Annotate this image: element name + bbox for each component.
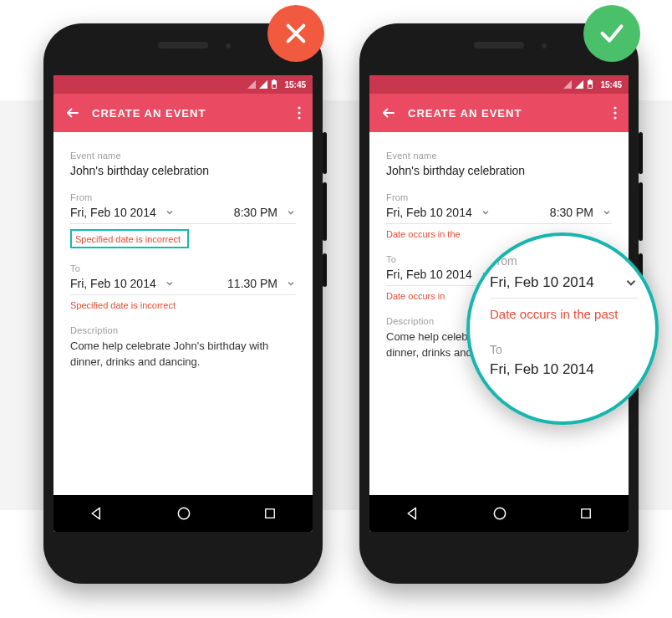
lens-to-label: To — [490, 343, 639, 356]
overflow-menu-button[interactable] — [298, 106, 301, 120]
to-label: To — [70, 263, 296, 273]
signal-icon — [575, 80, 583, 89]
phone-button — [323, 182, 327, 241]
phone-button — [639, 132, 643, 174]
android-nav-bar — [369, 495, 629, 532]
chevron-down-icon — [165, 278, 175, 289]
svg-rect-25 — [582, 509, 591, 518]
to-field: To Fri, Feb 10 2014 11.30 PM Specified d… — [70, 263, 296, 310]
app-bar: CREATE AN EVENT — [53, 94, 313, 132]
to-time-selector[interactable]: 11.30 PM — [227, 277, 296, 290]
phone-frame-left: 15:45 CREATE AN EVENT Event name John's … — [43, 23, 323, 584]
app-bar-title: CREATE AN EVENT — [92, 107, 298, 120]
back-button[interactable] — [381, 105, 396, 120]
close-icon — [283, 20, 309, 47]
svg-point-8 — [298, 106, 300, 109]
event-name-field[interactable]: Event name John's birthday celebration — [70, 151, 296, 177]
phone-button — [639, 182, 643, 241]
nav-recent-button[interactable] — [262, 506, 277, 521]
triangle-back-icon — [89, 505, 105, 522]
arrow-left-icon — [65, 105, 80, 120]
svg-point-10 — [298, 116, 300, 119]
svg-marker-11 — [92, 508, 99, 518]
phone-camera-dot — [226, 43, 231, 49]
svg-rect-17 — [589, 79, 591, 81]
more-vert-icon — [613, 106, 617, 120]
battery-icon — [271, 79, 277, 89]
to-error-text: Specified date is incorrect — [70, 300, 296, 310]
app-bar: CREATE AN EVENT — [369, 94, 629, 132]
from-label: From — [386, 192, 612, 202]
event-name-label: Event name — [386, 151, 612, 161]
lens-from-date: Fri, Feb 10 2014 — [490, 274, 594, 291]
square-recent-icon — [578, 506, 593, 521]
arrow-left-icon — [381, 105, 396, 120]
status-clock: 15:45 — [284, 80, 306, 89]
chevron-down-icon — [286, 278, 296, 289]
svg-rect-6 — [272, 84, 276, 88]
circle-home-icon — [491, 505, 508, 522]
lens-date-row[interactable]: Fri, Feb 10 2014 — [490, 274, 639, 299]
app-bar-title: CREATE AN EVENT — [408, 107, 613, 120]
from-field: From Fri, Feb 10 2014 8:30 PM Date occur… — [386, 192, 612, 239]
svg-point-12 — [178, 508, 189, 518]
lens-error-text: Date occurs in the past — [490, 307, 639, 321]
svg-point-22 — [613, 116, 616, 119]
phone-button — [323, 132, 327, 174]
svg-point-21 — [613, 111, 616, 114]
svg-point-20 — [613, 106, 616, 109]
nav-home-button[interactable] — [491, 505, 508, 522]
svg-marker-14 — [563, 80, 572, 89]
overflow-menu-button[interactable] — [613, 106, 617, 120]
phone-button — [323, 253, 327, 287]
android-nav-bar — [53, 495, 313, 532]
description-label: Description — [70, 325, 296, 335]
event-name-value: John's birthday celebration — [386, 164, 612, 177]
from-date-selector[interactable]: Fri, Feb 10 2014 — [70, 206, 175, 219]
from-field: From Fri, Feb 10 2014 8:30 PM Specified … — [70, 192, 296, 248]
from-date-selector[interactable]: Fri, Feb 10 2014 — [386, 206, 491, 219]
description-field[interactable]: Description Come help celebrate John's b… — [70, 325, 296, 370]
badge-wrong — [267, 5, 324, 62]
svg-point-9 — [298, 111, 300, 114]
signal-icon — [259, 80, 267, 89]
phone-camera-dot — [542, 43, 547, 49]
from-time-selector[interactable]: 8:30 PM — [234, 206, 296, 219]
check-icon — [598, 19, 626, 48]
from-date-value: Fri, Feb 10 2014 — [386, 206, 472, 219]
network-icon — [247, 80, 256, 89]
more-vert-icon — [298, 106, 301, 120]
from-date-value: Fri, Feb 10 2014 — [70, 206, 156, 219]
svg-rect-18 — [588, 84, 592, 88]
nav-recent-button[interactable] — [578, 506, 593, 521]
to-date-selector[interactable]: Fri, Feb 10 2014 — [386, 268, 491, 281]
from-label: From — [70, 192, 296, 202]
chevron-down-icon — [602, 207, 612, 217]
nav-back-button[interactable] — [89, 505, 105, 522]
to-date-selector[interactable]: Fri, Feb 10 2014 — [70, 277, 175, 290]
to-time-value: 11.30 PM — [227, 277, 277, 290]
nav-home-button[interactable] — [176, 505, 192, 522]
square-recent-icon — [262, 506, 277, 521]
svg-marker-15 — [575, 80, 583, 89]
badge-correct — [583, 5, 640, 62]
event-name-value: John's birthday celebration — [70, 164, 296, 177]
triangle-back-icon — [405, 505, 421, 522]
event-form: Event name John's birthday celebration F… — [53, 132, 313, 495]
from-time-selector[interactable]: 8:30 PM — [550, 206, 612, 219]
chevron-down-icon — [165, 207, 175, 217]
lens-from-label: From — [490, 254, 639, 268]
svg-marker-3 — [259, 80, 267, 89]
from-error-text: Specified date is incorrect — [70, 229, 189, 248]
network-icon — [563, 80, 572, 89]
chevron-down-icon — [286, 207, 296, 217]
nav-back-button[interactable] — [405, 505, 421, 522]
svg-marker-23 — [408, 508, 415, 518]
back-button[interactable] — [65, 105, 80, 120]
from-time-value: 8:30 PM — [550, 206, 593, 219]
event-name-field[interactable]: Event name John's birthday celebration — [386, 151, 612, 177]
status-clock: 15:45 — [600, 80, 622, 89]
circle-home-icon — [176, 505, 192, 522]
magnifier-lens: From Fri, Feb 10 2014 Date occurs in the… — [466, 232, 659, 425]
chevron-down-icon — [624, 275, 639, 290]
